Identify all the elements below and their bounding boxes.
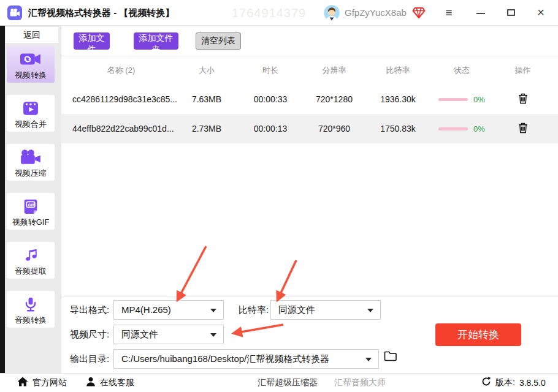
official-website-label: 官方网站 (32, 377, 67, 388)
file-bitrate: 1750.83k (366, 124, 430, 134)
file-name: 44effb822d22cab99c01d... (67, 124, 175, 134)
folder-icon (384, 350, 397, 363)
arrow-to-bitrate (278, 260, 296, 300)
divider (61, 296, 558, 297)
video-size-dropdown[interactable]: 同源文件 (113, 325, 224, 344)
sidebar-item-audio-convert[interactable]: 音频转换 (7, 291, 55, 328)
chevron-down-icon (365, 358, 372, 361)
file-resolution: 720*960 (302, 124, 366, 134)
output-dir-dropdown[interactable]: C:/Users/huibang168/Desktop/汇帮视频格式转换器 (113, 349, 379, 369)
export-format-value: MP4(H.265) (121, 301, 171, 319)
bitrate-dropdown[interactable]: 同源文件 (270, 300, 381, 320)
file-size: 2.73MB (175, 124, 239, 134)
bitrate-value: 同源文件 (278, 301, 315, 319)
promo-super-compressor-link[interactable]: 汇帮超级压缩器 (258, 373, 318, 392)
video-size-label: 视频尺寸: (70, 325, 109, 344)
app-logo-icon (7, 6, 22, 20)
start-convert-button[interactable]: 开始转换 (435, 323, 521, 346)
back-button[interactable]: 返回 (6, 27, 58, 43)
version-label: 版本: (495, 377, 515, 388)
minimize-icon[interactable] (472, 0, 489, 26)
col-resolution: 分辨率 (302, 65, 366, 76)
sidebar-item-label: 视频转GIF (12, 218, 50, 226)
arrow-to-video-size (234, 325, 283, 333)
promo-audio-master-link[interactable]: 汇帮音频大师 (334, 373, 386, 392)
official-website-link[interactable]: 官方网站 (17, 373, 67, 392)
sidebar-item-label: 音频转换 (15, 316, 47, 324)
trash-icon (518, 93, 528, 106)
gif-icon: GIF (21, 198, 40, 217)
chevron-down-icon (210, 333, 216, 337)
col-duration: 时长 (239, 65, 302, 76)
maximize-icon[interactable] (503, 0, 520, 26)
bitrate-label: 比特率: (239, 300, 269, 320)
video-merge-icon (21, 100, 40, 119)
video-convert-icon (20, 51, 41, 69)
menu-icon[interactable]: ≡ (440, 0, 457, 26)
export-format-dropdown[interactable]: MP4(H.265) (113, 300, 224, 320)
clear-list-button[interactable]: 清空列表 (196, 32, 241, 50)
microphone-icon (23, 296, 39, 315)
export-format-label: 导出格式: (70, 300, 109, 320)
file-duration: 00:00:13 (239, 124, 302, 134)
file-resolution: 720*1280 (302, 94, 366, 104)
sidebar-item-video-convert[interactable]: 视频转换 (7, 46, 55, 83)
col-status: 状态 (430, 65, 494, 76)
file-status: 0% (430, 124, 494, 134)
col-size: 大小 (175, 65, 239, 76)
file-bitrate: 1936.30k (366, 94, 430, 104)
left-edge-strip (0, 26, 5, 373)
refresh-icon[interactable] (481, 377, 491, 388)
chevron-down-icon (367, 309, 373, 312)
progress-percent: 0% (473, 95, 485, 104)
vip-badge-icon[interactable] (412, 7, 426, 19)
add-file-button[interactable]: 添加文件 (74, 32, 110, 50)
file-status: 0% (430, 95, 494, 104)
col-bitrate: 比特率 (366, 65, 430, 76)
sidebar-item-label: 视频合并 (15, 120, 47, 128)
table-row[interactable]: 44effb822d22cab99c01d... 2.73MB 00:00:13… (61, 114, 558, 143)
watermark: 1764914379 (232, 0, 306, 26)
table-row[interactable]: cc42861129d98c31e3c85... 7.63MB 00:00:33… (61, 85, 558, 114)
music-note-icon (22, 247, 39, 266)
app-window: 汇帮视频格式转换器 - 【视频转换】 1764914379 GfpZyYucX8… (0, 0, 558, 392)
online-service-label: 在线客服 (100, 377, 134, 388)
home-icon (17, 377, 28, 388)
sidebar-item-label: 音频提取 (15, 267, 47, 275)
sidebar-item-audio-extract[interactable]: 音频提取 (7, 242, 55, 279)
version-info: 版本: 3.8.5.0 (481, 373, 546, 392)
col-action: 操作 (494, 65, 552, 76)
video-compress-icon (20, 149, 41, 167)
online-service-link[interactable]: 在线客服 (86, 373, 134, 392)
username[interactable]: GfpZyYucX8ab (345, 0, 407, 26)
sidebar-item-video-to-gif[interactable]: GIF 视频转GIF (7, 193, 55, 230)
version-value: 3.8.5.0 (519, 378, 546, 388)
sidebar-item-label: 视频压缩 (15, 169, 47, 177)
arrow-to-export-format (178, 246, 206, 300)
delete-file-button[interactable] (517, 121, 529, 137)
output-dir-value: C:/Users/huibang168/Desktop/汇帮视频格式转换器 (121, 350, 329, 368)
sidebar-item-video-merge[interactable]: 视频合并 (7, 95, 55, 132)
svg-text:GIF: GIF (28, 203, 34, 207)
progress-percent: 0% (473, 124, 485, 134)
chevron-down-icon (210, 309, 216, 312)
window-title: 汇帮视频格式转换器 - 【视频转换】 (28, 0, 174, 26)
sidebar-item-video-compress[interactable]: 视频压缩 (7, 144, 55, 181)
progress-bar (438, 127, 468, 130)
user-avatar[interactable] (324, 5, 340, 21)
file-size: 7.63MB (175, 94, 239, 104)
output-dir-label: 输出目录: (70, 349, 109, 369)
sidebar-item-label: 视频转换 (15, 71, 47, 79)
trash-icon (518, 123, 528, 135)
browse-folder-button[interactable] (384, 350, 397, 363)
add-folder-button[interactable]: 添加文件夹 (134, 32, 178, 50)
file-duration: 00:00:33 (239, 94, 302, 104)
progress-bar (438, 98, 468, 101)
delete-file-button[interactable] (517, 92, 529, 107)
table-header: 名称 (2) 大小 时长 分辨率 比特率 状态 操作 (67, 56, 552, 85)
close-icon[interactable]: ✕ (532, 0, 549, 26)
file-name: cc42861129d98c31e3c85... (67, 94, 175, 104)
person-icon (86, 377, 96, 388)
video-size-value: 同源文件 (121, 325, 158, 344)
col-name: 名称 (2) (67, 65, 175, 76)
